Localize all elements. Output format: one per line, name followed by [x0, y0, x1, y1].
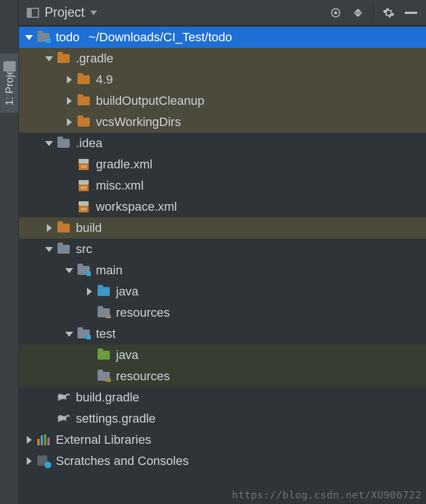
tree-node-settings-gradle[interactable]: settings.gradle	[19, 408, 426, 429]
collapse-arrow-icon[interactable]	[43, 53, 55, 64]
project-panel: Project	[19, 0, 426, 504]
tree-node-label: resources	[116, 306, 170, 320]
project-tool-window-icon	[27, 8, 39, 18]
tree-node-src-dir[interactable]: src	[19, 239, 426, 260]
tree-node-label: misc.xml	[96, 178, 144, 193]
collapse-arrow-icon[interactable]	[64, 328, 75, 340]
tree-node-label: resources	[116, 369, 170, 384]
tree-node-main-java[interactable]: java	[19, 281, 426, 302]
svg-rect-5	[405, 12, 417, 14]
tree-node-label: settings.gradle	[76, 411, 156, 426]
excluded-folder-icon	[77, 74, 90, 86]
gutter-extra-icon[interactable]	[3, 61, 16, 71]
tree-node-test-dir[interactable]: test	[19, 323, 426, 345]
tree-node-label: 4.9	[96, 72, 113, 87]
arrow-placeholder	[64, 159, 75, 170]
settings-button[interactable]	[380, 4, 397, 21]
excluded-folder-icon	[77, 95, 90, 107]
tree-node-gradle-dir[interactable]: .gradle	[19, 48, 426, 69]
resources-folder-icon	[97, 307, 110, 319]
svg-marker-2	[355, 8, 362, 12]
expand-arrow-icon[interactable]	[64, 74, 75, 85]
test-folder-icon	[97, 349, 110, 361]
tree-node-label: java	[116, 348, 138, 362]
arrow-placeholder	[84, 371, 95, 382]
arrow-placeholder	[43, 413, 55, 424]
xml-file-icon: <>	[77, 158, 90, 171]
chevron-down-icon	[90, 11, 97, 15]
tree-node-path: ~/Downloads/CI_Test/todo	[89, 30, 232, 45]
tree-node-build-gradle[interactable]: build.gradle	[19, 387, 426, 408]
collapse-arrow-icon[interactable]	[43, 138, 55, 149]
svg-rect-4	[354, 12, 362, 13]
folder-icon	[57, 243, 70, 255]
tree-node-main-dir[interactable]: main	[19, 260, 426, 281]
test-resources-folder-icon	[97, 370, 110, 382]
tree-node-label: .gradle	[76, 51, 113, 66]
arrow-placeholder	[64, 201, 75, 212]
expand-arrow-icon[interactable]	[43, 222, 55, 234]
module-folder-icon	[77, 264, 90, 277]
gradle-file-icon	[57, 413, 70, 425]
collapse-arrow-icon[interactable]	[64, 265, 75, 276]
collapse-arrow-icon[interactable]	[23, 32, 35, 43]
tree-node-test-res[interactable]: resources	[19, 366, 426, 387]
gradle-file-icon	[57, 391, 70, 404]
project-view-selector[interactable]: Project	[27, 5, 97, 20]
module-folder-icon	[77, 328, 90, 340]
expand-arrow-icon[interactable]	[23, 434, 35, 445]
watermark-text: https://blog.csdn.net/XU906722	[232, 489, 422, 501]
arrow-placeholder	[43, 392, 55, 403]
tree-node-label: workspace.xml	[96, 200, 177, 214]
tree-node-idea-dir[interactable]: .idea	[19, 133, 426, 154]
expand-arrow-icon[interactable]	[84, 286, 95, 297]
tree-node-label: .idea	[76, 136, 103, 151]
excluded-folder-icon	[77, 116, 90, 128]
expand-arrow-icon[interactable]	[64, 117, 75, 128]
locate-button[interactable]	[327, 4, 344, 21]
project-toolbar: Project	[19, 0, 426, 26]
tree-node-scratches[interactable]: Scratches and Consoles	[19, 450, 426, 472]
tree-node-main-res[interactable]: resources	[19, 302, 426, 323]
module-folder-icon	[37, 31, 50, 43]
project-tree[interactable]: todo~/Downloads/CI_Test/todo.gradle4.9bu…	[19, 26, 426, 504]
folder-icon	[57, 137, 70, 149]
svg-marker-3	[355, 13, 362, 17]
excluded-folder-icon	[57, 52, 70, 65]
tree-node-gradle-xml[interactable]: <>gradle.xml	[19, 154, 426, 175]
tree-node-label: Scratches and Consoles	[56, 454, 188, 468]
tool-window-gutter: 1: Project	[0, 0, 19, 504]
toolbar-separator	[373, 5, 374, 21]
tree-node-gradle-49[interactable]: 4.9	[19, 69, 426, 90]
tree-node-label: java	[116, 284, 138, 299]
source-folder-icon	[97, 285, 110, 298]
svg-point-1	[335, 12, 337, 14]
xml-file-icon: <>	[77, 180, 90, 192]
excluded-folder-icon	[57, 222, 70, 234]
tree-node-label: buildOutputCleanup	[96, 94, 204, 108]
tree-node-ext-lib[interactable]: External Libraries	[19, 429, 426, 450]
tree-node-label: External Libraries	[56, 433, 151, 447]
arrow-placeholder	[84, 350, 95, 361]
tree-node-label: vcsWorkingDirs	[96, 115, 181, 129]
tree-node-todo[interactable]: todo~/Downloads/CI_Test/todo	[19, 27, 426, 48]
hide-button[interactable]	[403, 4, 419, 21]
tree-node-misc-xml[interactable]: <>misc.xml	[19, 175, 426, 196]
tree-node-gradle-boc[interactable]: buildOutputCleanup	[19, 90, 426, 112]
collapse-all-button[interactable]	[350, 4, 366, 21]
expand-arrow-icon[interactable]	[23, 455, 35, 467]
tree-node-label: main	[96, 263, 123, 278]
tree-node-label: todo	[56, 30, 80, 45]
tree-node-label: build.gradle	[76, 390, 139, 405]
expand-arrow-icon[interactable]	[64, 95, 75, 106]
tree-node-label: gradle.xml	[96, 157, 152, 172]
tree-node-workspace[interactable]: <>workspace.xml	[19, 196, 426, 217]
scratches-icon	[37, 455, 50, 467]
tree-node-test-java[interactable]: java	[19, 345, 426, 366]
collapse-arrow-icon[interactable]	[43, 244, 55, 255]
arrow-placeholder	[64, 180, 75, 191]
tree-node-build-dir[interactable]: build	[19, 217, 426, 239]
tree-node-label: src	[76, 242, 92, 256]
xml-file-icon: <>	[77, 201, 90, 213]
tree-node-gradle-vcs[interactable]: vcsWorkingDirs	[19, 112, 426, 133]
